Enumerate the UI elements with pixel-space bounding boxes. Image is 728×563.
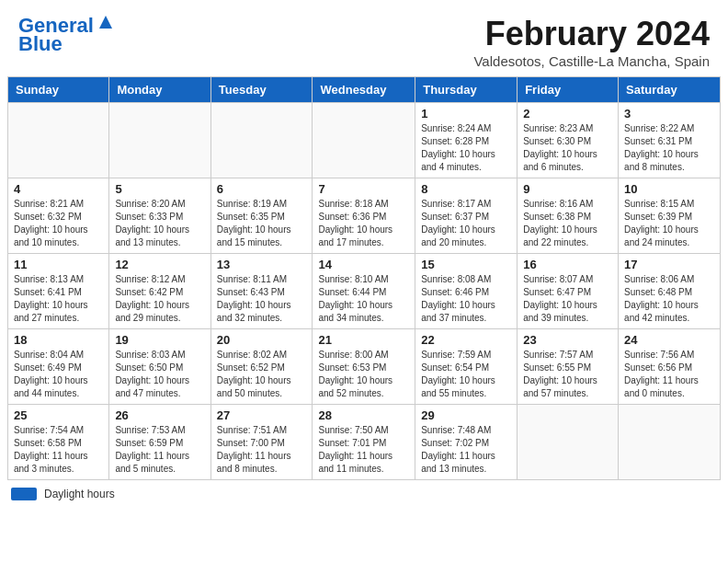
daylight-legend-label: Daylight hours (44, 488, 115, 500)
day-number: 28 (318, 408, 409, 422)
calendar-cell (313, 103, 415, 178)
day-number: 7 (318, 182, 409, 196)
day-info: Sunrise: 8:15 AM Sunset: 6:39 PM Dayligh… (624, 198, 714, 249)
month-title: February 2024 (473, 15, 710, 53)
calendar-cell (109, 103, 210, 178)
day-number: 13 (217, 258, 307, 271)
page-header: General Blue February 2024 Valdesotos, C… (0, 0, 728, 76)
daylight-legend-box (11, 488, 37, 500)
calendar-cell: 16Sunrise: 8:07 AM Sunset: 6:47 PM Dayli… (518, 254, 619, 329)
day-number: 24 (624, 333, 714, 347)
calendar-header-monday: Monday (109, 77, 210, 103)
calendar-cell: 5Sunrise: 8:20 AM Sunset: 6:33 PM Daylig… (109, 178, 210, 254)
day-number: 16 (523, 258, 612, 271)
day-number: 8 (421, 182, 511, 196)
day-info: Sunrise: 8:08 AM Sunset: 6:46 PM Dayligh… (421, 273, 511, 325)
logo: General Blue (18, 15, 116, 55)
day-info: Sunrise: 7:50 AM Sunset: 7:01 PM Dayligh… (318, 424, 409, 476)
calendar-header-friday: Friday (518, 77, 619, 103)
calendar-cell: 19Sunrise: 8:03 AM Sunset: 6:50 PM Dayli… (109, 329, 210, 405)
calendar-table: SundayMondayTuesdayWednesdayThursdayFrid… (7, 76, 721, 480)
day-info: Sunrise: 8:06 AM Sunset: 6:48 PM Dayligh… (624, 273, 714, 325)
logo-text2: Blue (18, 32, 63, 55)
day-number: 18 (14, 333, 103, 347)
calendar-header-wednesday: Wednesday (313, 77, 415, 103)
calendar-cell (619, 405, 721, 480)
calendar-cell: 4Sunrise: 8:21 AM Sunset: 6:32 PM Daylig… (8, 178, 109, 254)
day-info: Sunrise: 8:16 AM Sunset: 6:38 PM Dayligh… (523, 198, 612, 249)
location-subtitle: Valdesotos, Castille-La Mancha, Spain (473, 53, 710, 69)
day-number: 14 (318, 258, 409, 271)
calendar-cell: 18Sunrise: 8:04 AM Sunset: 6:49 PM Dayli… (8, 329, 109, 405)
day-info: Sunrise: 8:00 AM Sunset: 6:53 PM Dayligh… (318, 349, 409, 400)
day-number: 10 (624, 182, 714, 196)
day-info: Sunrise: 8:02 AM Sunset: 6:52 PM Dayligh… (217, 349, 307, 400)
day-number: 21 (318, 333, 409, 347)
calendar-cell: 2Sunrise: 8:23 AM Sunset: 6:30 PM Daylig… (518, 103, 619, 178)
calendar-cell: 8Sunrise: 8:17 AM Sunset: 6:37 PM Daylig… (415, 178, 518, 254)
calendar-cell: 20Sunrise: 8:02 AM Sunset: 6:52 PM Dayli… (210, 329, 313, 405)
calendar-header-row: SundayMondayTuesdayWednesdayThursdayFrid… (8, 77, 721, 103)
calendar-cell: 23Sunrise: 7:57 AM Sunset: 6:55 PM Dayli… (518, 329, 619, 405)
calendar-cell (210, 103, 313, 178)
calendar-header-tuesday: Tuesday (210, 77, 313, 103)
day-info: Sunrise: 8:22 AM Sunset: 6:31 PM Dayligh… (624, 122, 714, 174)
calendar-cell: 28Sunrise: 7:50 AM Sunset: 7:01 PM Dayli… (313, 405, 415, 480)
calendar-week-row: 18Sunrise: 8:04 AM Sunset: 6:49 PM Dayli… (8, 329, 721, 405)
day-number: 9 (523, 182, 612, 196)
day-number: 25 (14, 408, 103, 422)
day-number: 4 (14, 182, 103, 196)
day-number: 29 (421, 408, 511, 422)
day-info: Sunrise: 8:24 AM Sunset: 6:28 PM Dayligh… (421, 122, 511, 174)
calendar-cell: 27Sunrise: 7:51 AM Sunset: 7:00 PM Dayli… (210, 405, 313, 480)
day-info: Sunrise: 8:10 AM Sunset: 6:44 PM Dayligh… (318, 273, 409, 325)
calendar-week-row: 11Sunrise: 8:13 AM Sunset: 6:41 PM Dayli… (8, 254, 721, 329)
day-info: Sunrise: 7:48 AM Sunset: 7:02 PM Dayligh… (421, 424, 511, 476)
calendar-cell: 25Sunrise: 7:54 AM Sunset: 6:58 PM Dayli… (8, 405, 109, 480)
day-info: Sunrise: 8:12 AM Sunset: 6:42 PM Dayligh… (115, 273, 204, 325)
calendar-header-thursday: Thursday (415, 77, 518, 103)
day-info: Sunrise: 8:07 AM Sunset: 6:47 PM Dayligh… (523, 273, 612, 325)
calendar-cell: 15Sunrise: 8:08 AM Sunset: 6:46 PM Dayli… (415, 254, 518, 329)
day-number: 17 (624, 258, 714, 271)
calendar-week-row: 25Sunrise: 7:54 AM Sunset: 6:58 PM Dayli… (8, 405, 721, 480)
day-info: Sunrise: 7:59 AM Sunset: 6:54 PM Dayligh… (421, 349, 511, 400)
day-info: Sunrise: 8:20 AM Sunset: 6:33 PM Dayligh… (115, 198, 204, 249)
calendar-week-row: 4Sunrise: 8:21 AM Sunset: 6:32 PM Daylig… (8, 178, 721, 254)
day-info: Sunrise: 7:51 AM Sunset: 7:00 PM Dayligh… (217, 424, 307, 476)
day-number: 15 (421, 258, 511, 271)
calendar-cell: 26Sunrise: 7:53 AM Sunset: 6:59 PM Dayli… (109, 405, 210, 480)
calendar-header-sunday: Sunday (8, 77, 109, 103)
calendar-week-row: 1Sunrise: 8:24 AM Sunset: 6:28 PM Daylig… (8, 103, 721, 178)
day-number: 22 (421, 333, 511, 347)
day-number: 5 (115, 182, 204, 196)
day-info: Sunrise: 8:03 AM Sunset: 6:50 PM Dayligh… (115, 349, 204, 400)
day-number: 6 (217, 182, 307, 196)
day-number: 26 (115, 408, 204, 422)
calendar-cell: 3Sunrise: 8:22 AM Sunset: 6:31 PM Daylig… (619, 103, 721, 178)
calendar-cell (518, 405, 619, 480)
calendar-header-saturday: Saturday (619, 77, 721, 103)
calendar-wrapper: SundayMondayTuesdayWednesdayThursdayFrid… (0, 76, 728, 508)
calendar-cell: 17Sunrise: 8:06 AM Sunset: 6:48 PM Dayli… (619, 254, 721, 329)
calendar-cell: 9Sunrise: 8:16 AM Sunset: 6:38 PM Daylig… (518, 178, 619, 254)
calendar-cell: 21Sunrise: 8:00 AM Sunset: 6:53 PM Dayli… (313, 329, 415, 405)
calendar-cell: 11Sunrise: 8:13 AM Sunset: 6:41 PM Dayli… (8, 254, 109, 329)
day-info: Sunrise: 8:21 AM Sunset: 6:32 PM Dayligh… (14, 198, 103, 249)
calendar-cell: 14Sunrise: 8:10 AM Sunset: 6:44 PM Dayli… (313, 254, 415, 329)
day-info: Sunrise: 8:19 AM Sunset: 6:35 PM Dayligh… (217, 198, 307, 249)
day-info: Sunrise: 7:53 AM Sunset: 6:59 PM Dayligh… (115, 424, 204, 476)
title-block: February 2024 Valdesotos, Castille-La Ma… (473, 15, 710, 69)
day-number: 20 (217, 333, 307, 347)
day-number: 1 (421, 107, 511, 121)
calendar-cell: 10Sunrise: 8:15 AM Sunset: 6:39 PM Dayli… (619, 178, 721, 254)
day-number: 23 (523, 333, 612, 347)
day-info: Sunrise: 8:04 AM Sunset: 6:49 PM Dayligh… (14, 349, 103, 400)
calendar-cell: 6Sunrise: 8:19 AM Sunset: 6:35 PM Daylig… (210, 178, 313, 254)
day-info: Sunrise: 8:23 AM Sunset: 6:30 PM Dayligh… (523, 122, 612, 174)
day-info: Sunrise: 8:13 AM Sunset: 6:41 PM Dayligh… (14, 273, 103, 325)
day-number: 27 (217, 408, 307, 422)
day-info: Sunrise: 8:11 AM Sunset: 6:43 PM Dayligh… (217, 273, 307, 325)
day-info: Sunrise: 7:56 AM Sunset: 6:56 PM Dayligh… (624, 349, 714, 400)
day-number: 3 (624, 107, 714, 121)
